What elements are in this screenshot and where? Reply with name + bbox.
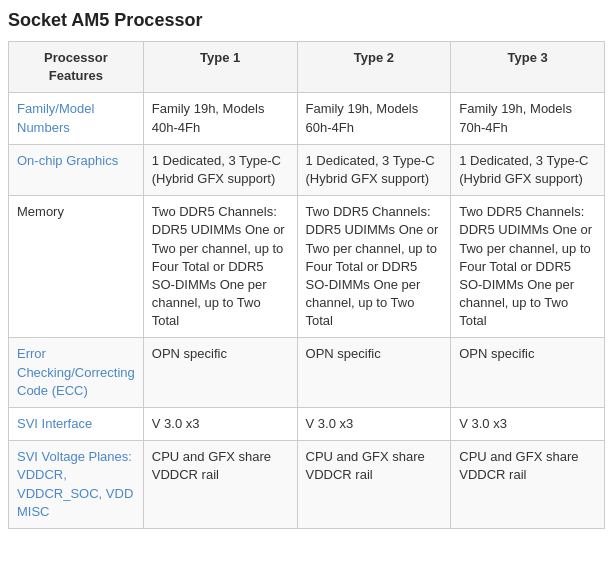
- cell-type1: OPN specific: [143, 338, 297, 408]
- cell-type2: Family 19h, Models 60h-4Fh: [297, 93, 451, 144]
- table-row: Error Checking/Correcting Code (ECC)OPN …: [9, 338, 605, 408]
- cell-feature: Family/Model Numbers: [9, 93, 144, 144]
- cell-type2: OPN specific: [297, 338, 451, 408]
- cell-type2: Two DDR5 Channels: DDR5 UDIMMs One or Tw…: [297, 196, 451, 338]
- cell-type1: 1 Dedicated, 3 Type-C (Hybrid GFX suppor…: [143, 144, 297, 195]
- header-type3: Type 3: [451, 42, 605, 93]
- page-container: Socket AM5 Processor Processor Features …: [0, 0, 613, 539]
- page-title: Socket AM5 Processor: [8, 10, 605, 31]
- header-type2: Type 2: [297, 42, 451, 93]
- header-features: Processor Features: [9, 42, 144, 93]
- cell-type1: Family 19h, Models 40h-4Fh: [143, 93, 297, 144]
- table-row: SVI Voltage Planes: VDDCR, VDDCR_SOC, VD…: [9, 441, 605, 529]
- cell-type3: OPN specific: [451, 338, 605, 408]
- cell-type3: CPU and GFX share VDDCR rail: [451, 441, 605, 529]
- cell-type3: Two DDR5 Channels: DDR5 UDIMMs One or Tw…: [451, 196, 605, 338]
- table-row: On-chip Graphics1 Dedicated, 3 Type-C (H…: [9, 144, 605, 195]
- processor-table: Processor Features Type 1 Type 2 Type 3 …: [8, 41, 605, 529]
- cell-type2: 1 Dedicated, 3 Type-C (Hybrid GFX suppor…: [297, 144, 451, 195]
- cell-feature: Memory: [9, 196, 144, 338]
- cell-type3: V 3.0 x3: [451, 408, 605, 441]
- cell-type2: V 3.0 x3: [297, 408, 451, 441]
- cell-feature: SVI Voltage Planes: VDDCR, VDDCR_SOC, VD…: [9, 441, 144, 529]
- cell-type1: Two DDR5 Channels: DDR5 UDIMMs One or Tw…: [143, 196, 297, 338]
- table-row: SVI InterfaceV 3.0 x3V 3.0 x3V 3.0 x3: [9, 408, 605, 441]
- cell-type1: CPU and GFX share VDDCR rail: [143, 441, 297, 529]
- cell-feature: On-chip Graphics: [9, 144, 144, 195]
- cell-type1: V 3.0 x3: [143, 408, 297, 441]
- cell-type3: 1 Dedicated, 3 Type-C (Hybrid GFX suppor…: [451, 144, 605, 195]
- cell-type3: Family 19h, Models 70h-4Fh: [451, 93, 605, 144]
- cell-type2: CPU and GFX share VDDCR rail: [297, 441, 451, 529]
- cell-feature: Error Checking/Correcting Code (ECC): [9, 338, 144, 408]
- table-header-row: Processor Features Type 1 Type 2 Type 3: [9, 42, 605, 93]
- header-type1: Type 1: [143, 42, 297, 93]
- table-row: Family/Model NumbersFamily 19h, Models 4…: [9, 93, 605, 144]
- table-row: MemoryTwo DDR5 Channels: DDR5 UDIMMs One…: [9, 196, 605, 338]
- cell-feature: SVI Interface: [9, 408, 144, 441]
